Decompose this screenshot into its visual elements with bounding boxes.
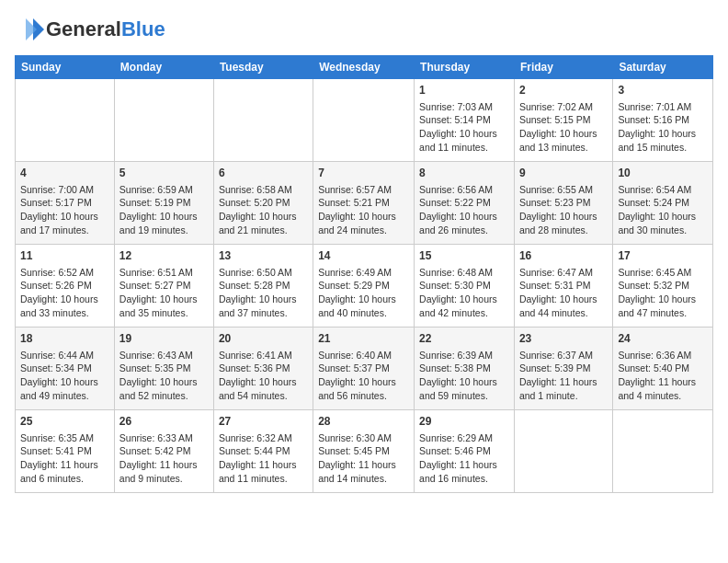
- day-number: 1: [419, 83, 509, 98]
- day-info: Sunset: 5:17 PM: [20, 196, 109, 210]
- day-info: Sunrise: 6:52 AM: [20, 266, 109, 280]
- day-cell: 9Sunrise: 6:55 AMSunset: 5:23 PMDaylight…: [514, 162, 612, 245]
- day-cell: 21Sunrise: 6:40 AMSunset: 5:37 PMDayligh…: [313, 327, 415, 410]
- day-info: Sunset: 5:30 PM: [419, 279, 509, 293]
- day-info: Sunset: 5:28 PM: [219, 279, 308, 293]
- day-number: 29: [419, 414, 509, 430]
- day-number: 19: [119, 331, 209, 347]
- day-cell: [16, 79, 115, 162]
- day-info: Sunrise: 6:55 AM: [519, 183, 608, 197]
- day-info: Sunset: 5:46 PM: [419, 444, 509, 458]
- day-cell: 24Sunrise: 6:36 AMSunset: 5:40 PMDayligh…: [613, 327, 713, 410]
- day-info: Daylight: 10 hours and 56 minutes.: [318, 375, 409, 402]
- day-info: Sunrise: 6:41 AM: [219, 349, 308, 362]
- day-cell: [213, 79, 313, 162]
- day-number: 9: [519, 166, 608, 181]
- day-info: Daylight: 11 hours and 1 minute.: [519, 375, 608, 402]
- day-number: 6: [219, 166, 308, 181]
- day-number: 4: [20, 166, 109, 181]
- day-info: Sunrise: 6:32 AM: [219, 431, 308, 445]
- day-info: Sunrise: 6:50 AM: [219, 266, 308, 280]
- day-info: Sunrise: 7:00 AM: [20, 183, 109, 197]
- day-cell: 13Sunrise: 6:50 AMSunset: 5:28 PMDayligh…: [213, 245, 313, 327]
- day-info: Sunset: 5:29 PM: [318, 279, 409, 293]
- day-cell: 4Sunrise: 7:00 AMSunset: 5:17 PMDaylight…: [16, 162, 115, 245]
- day-info: Sunrise: 6:59 AM: [119, 183, 209, 197]
- day-cell: 6Sunrise: 6:58 AMSunset: 5:20 PMDaylight…: [213, 162, 313, 245]
- day-number: 26: [119, 414, 209, 430]
- day-info: Sunset: 5:16 PM: [618, 113, 708, 127]
- day-info: Daylight: 11 hours and 11 minutes.: [219, 458, 308, 485]
- day-info: Sunset: 5:20 PM: [219, 196, 308, 210]
- col-header-saturday: Saturday: [613, 56, 713, 79]
- day-info: Sunrise: 6:54 AM: [618, 183, 708, 197]
- day-info: Daylight: 10 hours and 37 minutes.: [219, 293, 308, 319]
- day-cell: 14Sunrise: 6:49 AMSunset: 5:29 PMDayligh…: [313, 245, 415, 327]
- day-info: Daylight: 10 hours and 19 minutes.: [119, 210, 209, 236]
- day-number: 2: [519, 83, 608, 98]
- day-number: 15: [419, 248, 509, 264]
- day-number: 8: [419, 166, 509, 181]
- day-info: Daylight: 10 hours and 21 minutes.: [219, 210, 308, 236]
- day-cell: 27Sunrise: 6:32 AMSunset: 5:44 PMDayligh…: [213, 410, 313, 493]
- day-info: Sunset: 5:15 PM: [519, 113, 608, 127]
- day-info: Sunset: 5:27 PM: [119, 279, 209, 293]
- day-cell: [313, 79, 415, 162]
- day-info: Sunset: 5:22 PM: [419, 196, 509, 210]
- col-header-friday: Friday: [514, 56, 612, 79]
- day-info: Sunset: 5:39 PM: [519, 362, 608, 375]
- day-info: Sunrise: 6:29 AM: [419, 431, 509, 445]
- day-cell: 19Sunrise: 6:43 AMSunset: 5:35 PMDayligh…: [114, 327, 213, 410]
- day-info: Sunset: 5:36 PM: [219, 362, 308, 375]
- day-cell: 28Sunrise: 6:30 AMSunset: 5:45 PMDayligh…: [313, 410, 415, 493]
- day-info: Daylight: 10 hours and 49 minutes.: [20, 375, 109, 402]
- day-number: 23: [519, 331, 608, 347]
- day-info: Daylight: 10 hours and 44 minutes.: [519, 293, 608, 319]
- week-row-5: 25Sunrise: 6:35 AMSunset: 5:41 PMDayligh…: [16, 410, 713, 493]
- page-header: GeneralBlue: [15, 15, 713, 44]
- day-cell: [613, 410, 713, 493]
- week-row-1: 1Sunrise: 7:03 AMSunset: 5:14 PMDaylight…: [16, 79, 713, 162]
- day-info: Sunset: 5:35 PM: [119, 362, 209, 375]
- day-info: Daylight: 10 hours and 33 minutes.: [20, 293, 109, 319]
- day-cell: 5Sunrise: 6:59 AMSunset: 5:19 PMDaylight…: [114, 162, 213, 245]
- day-cell: 3Sunrise: 7:01 AMSunset: 5:16 PMDaylight…: [613, 79, 713, 162]
- header-row: SundayMondayTuesdayWednesdayThursdayFrid…: [16, 56, 713, 79]
- day-info: Daylight: 11 hours and 14 minutes.: [318, 458, 409, 485]
- day-info: Daylight: 11 hours and 4 minutes.: [618, 375, 708, 402]
- col-header-tuesday: Tuesday: [213, 56, 313, 79]
- day-info: Sunset: 5:23 PM: [519, 196, 608, 210]
- day-info: Sunrise: 6:36 AM: [618, 349, 708, 362]
- day-info: Sunrise: 6:33 AM: [119, 431, 209, 445]
- day-info: Sunset: 5:26 PM: [20, 279, 109, 293]
- day-number: 25: [20, 414, 109, 430]
- day-number: 12: [119, 248, 209, 264]
- col-header-monday: Monday: [114, 56, 213, 79]
- logo-text: GeneralBlue: [46, 17, 165, 41]
- day-info: Sunrise: 6:35 AM: [20, 431, 109, 445]
- day-number: 14: [318, 248, 409, 264]
- day-info: Sunrise: 6:44 AM: [20, 349, 109, 362]
- day-info: Daylight: 10 hours and 54 minutes.: [219, 375, 308, 402]
- day-info: Sunrise: 6:43 AM: [119, 349, 209, 362]
- day-number: 20: [219, 331, 308, 347]
- day-info: Sunset: 5:24 PM: [618, 196, 708, 210]
- calendar-table: SundayMondayTuesdayWednesdayThursdayFrid…: [15, 55, 713, 493]
- day-info: Sunset: 5:41 PM: [20, 444, 109, 458]
- day-cell: 17Sunrise: 6:45 AMSunset: 5:32 PMDayligh…: [613, 245, 713, 327]
- day-info: Sunrise: 6:57 AM: [318, 183, 409, 197]
- day-number: 22: [419, 331, 509, 347]
- day-info: Daylight: 10 hours and 28 minutes.: [519, 210, 608, 236]
- day-cell: 11Sunrise: 6:52 AMSunset: 5:26 PMDayligh…: [16, 245, 115, 327]
- day-info: Sunrise: 6:37 AM: [519, 349, 608, 362]
- day-info: Sunset: 5:40 PM: [618, 362, 708, 375]
- day-info: Daylight: 10 hours and 42 minutes.: [419, 293, 509, 319]
- day-info: Sunset: 5:21 PM: [318, 196, 409, 210]
- day-info: Sunrise: 6:56 AM: [419, 183, 509, 197]
- day-info: Daylight: 10 hours and 13 minutes.: [519, 127, 608, 154]
- day-cell: 15Sunrise: 6:48 AMSunset: 5:30 PMDayligh…: [415, 245, 515, 327]
- day-info: Daylight: 10 hours and 30 minutes.: [618, 210, 708, 236]
- day-info: Sunset: 5:38 PM: [419, 362, 509, 375]
- day-info: Sunrise: 6:58 AM: [219, 183, 308, 197]
- day-info: Daylight: 11 hours and 16 minutes.: [419, 458, 509, 485]
